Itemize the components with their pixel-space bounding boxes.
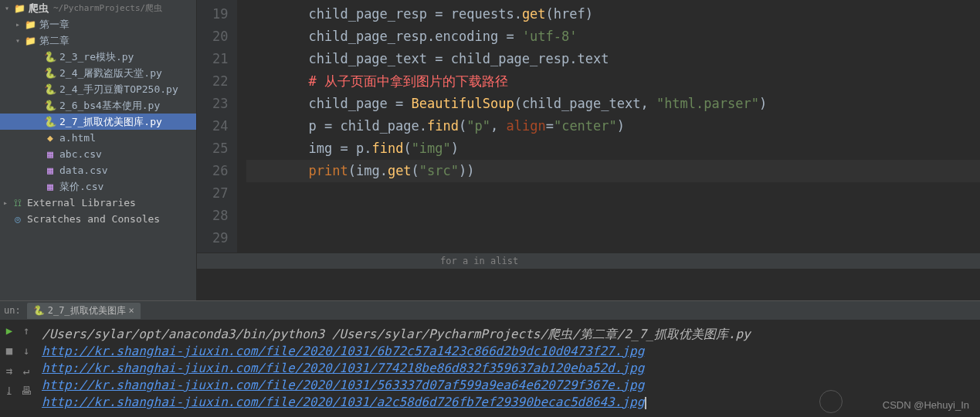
scroll-icon[interactable]: ⥙ xyxy=(3,385,15,397)
external-label: External Libraries xyxy=(27,195,136,211)
file-name: 2_3_re模块.py xyxy=(59,49,134,65)
code-line[interactable]: print(img.get("src")) xyxy=(246,160,980,182)
file-item[interactable]: 🐍2_7_抓取优美图库.py xyxy=(0,114,196,130)
cursor-indicator xyxy=(819,390,843,413)
root-label: 爬虫 xyxy=(29,1,49,16)
line-number: 21 xyxy=(212,48,228,70)
output-url[interactable]: http://kr.shanghai-jiuxin.com/file/2020/… xyxy=(42,378,644,392)
run-label: un: xyxy=(4,305,21,316)
rerun-icon[interactable]: ▶ xyxy=(3,324,15,337)
folder-icon xyxy=(23,17,37,32)
close-icon[interactable]: × xyxy=(129,305,134,316)
line-gutter: 1920212223242526272829 xyxy=(197,0,237,253)
line-number: 27 xyxy=(212,182,228,205)
line-number: 29 xyxy=(212,227,228,249)
wrap-icon[interactable]: ↵ xyxy=(20,364,32,377)
run-header: un: 🐍 2_7_抓取优美图库 × xyxy=(0,301,980,320)
code-line[interactable]: child_page = BeautifulSoup(child_page_te… xyxy=(246,93,980,115)
file-name: abc.csv xyxy=(59,147,102,162)
file-item[interactable]: 🐍2_6_bs4基本使用.py xyxy=(0,97,196,114)
line-number: 28 xyxy=(212,205,228,227)
folder-icon xyxy=(12,1,26,16)
scratches-icon: ◎ xyxy=(11,212,25,227)
folder-icon xyxy=(23,33,37,49)
breadcrumb-text: for a in alist xyxy=(440,256,518,266)
python-icon: 🐍 xyxy=(43,66,57,81)
code-line[interactable]: # 从子页面中拿到图片的下载路径 xyxy=(246,70,980,93)
file-name: 2_4_屠戮盗版天堂.py xyxy=(59,66,162,81)
folder-label: 第一章 xyxy=(39,17,70,32)
python-icon: 🐍 xyxy=(43,82,57,97)
breadcrumb[interactable]: for a in alist xyxy=(197,253,980,269)
line-number: 22 xyxy=(212,70,228,93)
file-name: 2_4_手刃豆瓣TOP250.py xyxy=(59,82,178,97)
line-number: 26 xyxy=(212,160,228,182)
code-line[interactable]: img = p.find("img") xyxy=(246,137,980,160)
python-icon: 🐍 xyxy=(43,98,57,114)
line-number: 24 xyxy=(212,115,228,137)
line-number: 19 xyxy=(212,3,228,25)
code-line[interactable]: child_page_text = child_page_resp.text xyxy=(246,48,980,70)
project-root[interactable]: ▾ 爬虫 ~/PycharmProjects/爬虫 xyxy=(0,0,196,16)
root-hint: ~/PycharmProjects/爬虫 xyxy=(53,1,162,16)
file-name: data.csv xyxy=(59,163,108,178)
down-icon[interactable]: ↓ xyxy=(20,344,32,357)
output-url[interactable]: http://kr.shanghai-jiuxin.com/file/2020/… xyxy=(42,344,644,358)
run-command: /Users/sylar/opt/anaconda3/bin/python3 /… xyxy=(42,326,977,343)
folder-ch1[interactable]: ▸ 第一章 xyxy=(0,16,196,32)
code-line[interactable] xyxy=(246,227,980,249)
scratches-label: Scratches and Consoles xyxy=(27,212,160,227)
csv-icon: ▦ xyxy=(43,163,57,178)
file-item[interactable]: ▦abc.csv xyxy=(0,146,196,162)
print-icon[interactable]: 🖶 xyxy=(20,385,32,397)
libraries-icon: ⟟⟟ xyxy=(11,195,25,211)
file-name: 菜价.csv xyxy=(59,179,103,195)
external-libraries[interactable]: ▸ ⟟⟟ External Libraries xyxy=(0,195,196,211)
code-line[interactable]: child_page_resp.encoding = 'utf-8' xyxy=(246,25,980,48)
watermark: CSDN @Hehuyi_In xyxy=(883,399,969,411)
run-toolbar: ▶ ↑ ■ ↓ ⇉ ↵ ⥙ 🖶 xyxy=(0,320,39,417)
run-tab-name: 2_7_抓取优美图库 xyxy=(48,304,126,317)
code-editor[interactable]: 1920212223242526272829 child_page_resp =… xyxy=(197,0,980,300)
scratches-consoles[interactable]: ◎ Scratches and Consoles xyxy=(0,211,196,227)
stop-icon[interactable]: ■ xyxy=(3,344,15,357)
output-url[interactable]: http://kr.shanghai-jiuxin.com/file/2020/… xyxy=(42,395,646,409)
file-name: 2_6_bs4基本使用.py xyxy=(59,98,160,114)
file-name: a.html xyxy=(59,131,96,146)
output-url[interactable]: http://kr.shanghai-jiuxin.com/file/2020/… xyxy=(42,361,644,375)
line-number: 23 xyxy=(212,93,228,115)
file-name: 2_7_抓取优美图库.py xyxy=(59,114,162,130)
line-number: 20 xyxy=(212,25,228,48)
code-line[interactable] xyxy=(246,182,980,205)
code-content[interactable]: child_page_resp = requests.get(href)chil… xyxy=(237,0,980,253)
file-item[interactable]: 🐍2_4_手刃豆瓣TOP250.py xyxy=(0,81,196,97)
python-icon: 🐍 xyxy=(43,114,57,130)
run-tab[interactable]: 🐍 2_7_抓取优美图库 × xyxy=(27,303,141,319)
folder-label: 第二章 xyxy=(39,33,70,49)
code-line[interactable]: p = child_page.find("p", align="center") xyxy=(246,115,980,137)
file-item[interactable]: ▦data.csv xyxy=(0,162,196,178)
python-icon: 🐍 xyxy=(43,49,57,65)
code-line[interactable] xyxy=(246,205,980,227)
file-item[interactable]: ▦菜价.csv xyxy=(0,178,196,195)
up-icon[interactable]: ↑ xyxy=(20,324,32,337)
python-icon: 🐍 xyxy=(33,305,45,316)
csv-icon: ▦ xyxy=(43,179,57,195)
code-line[interactable]: child_page_resp = requests.get(href) xyxy=(246,3,980,25)
csv-icon: ▦ xyxy=(43,147,57,162)
file-item[interactable]: 🐍2_3_re模块.py xyxy=(0,49,196,65)
folder-ch2[interactable]: ▾ 第二章 xyxy=(0,32,196,49)
layout-icon[interactable]: ⇉ xyxy=(3,364,15,377)
file-item[interactable]: 🐍2_4_屠戮盗版天堂.py xyxy=(0,65,196,81)
file-item[interactable]: ◆a.html xyxy=(0,130,196,146)
project-tree[interactable]: ▾ 爬虫 ~/PycharmProjects/爬虫 ▸ 第一章 ▾ 第二章 🐍2… xyxy=(0,0,197,300)
html-icon: ◆ xyxy=(43,131,57,146)
line-number: 25 xyxy=(212,137,228,160)
